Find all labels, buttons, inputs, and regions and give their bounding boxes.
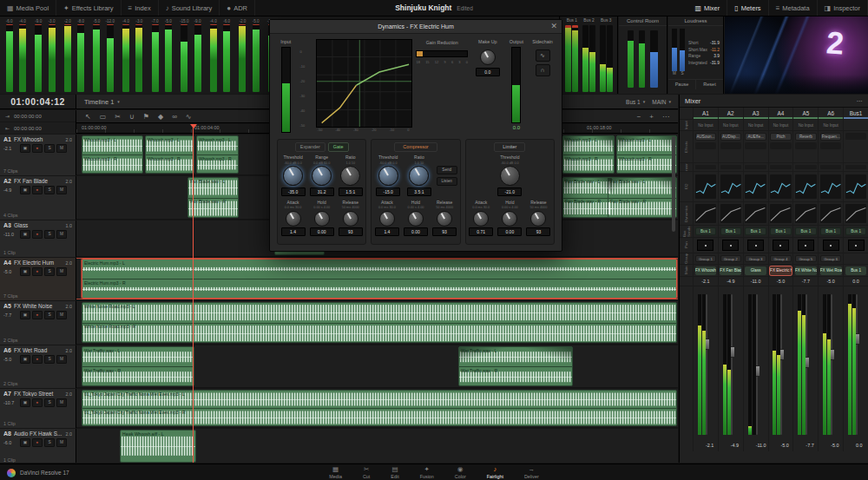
insert-slot[interactable] bbox=[770, 165, 791, 169]
listen-button[interactable]: Listen bbox=[437, 177, 457, 186]
options-icon[interactable]: ⋯ bbox=[662, 113, 669, 121]
expander-tab[interactable]: Expander bbox=[295, 142, 326, 152]
ratio-knob[interactable] bbox=[409, 166, 429, 186]
sidechain-filter-button[interactable]: ∿ bbox=[536, 49, 550, 62]
threshold-knob[interactable] bbox=[378, 166, 398, 186]
link-icon[interactable]: ∞ bbox=[172, 113, 177, 121]
effect-plugin-chip[interactable]: Frequen... bbox=[820, 133, 841, 141]
lock-icon[interactable]: ▣ bbox=[20, 311, 30, 319]
hold-value[interactable]: 0.00 bbox=[404, 227, 428, 236]
page-media[interactable]: ▦Media bbox=[329, 466, 342, 479]
sound-library-button[interactable]: ♪Sound Library bbox=[159, 0, 220, 16]
solo-button[interactable]: S bbox=[44, 311, 55, 319]
insert-slot[interactable] bbox=[795, 165, 816, 169]
pan-pad[interactable] bbox=[798, 240, 814, 251]
ratio-value[interactable]: 1.5:1 bbox=[339, 187, 363, 196]
bus-send-chip[interactable]: Bus 1 bbox=[770, 227, 791, 235]
strip-input[interactable]: No Input bbox=[768, 120, 793, 130]
arm-record-button[interactable]: ● bbox=[32, 438, 43, 447]
insert-slot[interactable] bbox=[845, 165, 866, 169]
insert-slot[interactable] bbox=[820, 165, 841, 169]
send-button[interactable]: Send bbox=[437, 166, 457, 174]
lock-icon[interactable]: ▣ bbox=[20, 186, 30, 194]
hold-knob[interactable] bbox=[314, 211, 330, 227]
solo-button[interactable]: S bbox=[44, 267, 55, 276]
group-chip[interactable]: Group 1 bbox=[695, 255, 716, 262]
control-room-volume-slider[interactable] bbox=[650, 30, 658, 88]
inspector-button[interactable]: ◨Inspector bbox=[818, 0, 868, 16]
lock-icon[interactable]: ▣ bbox=[20, 355, 30, 364]
dynamics-curve-thumbnail[interactable] bbox=[693, 202, 718, 225]
mute-button[interactable]: M bbox=[56, 230, 67, 239]
gate-tab[interactable]: Gate bbox=[328, 142, 349, 152]
bus-send-chip[interactable]: Bus 1 bbox=[845, 227, 866, 235]
eq-curve-thumbnail[interactable] bbox=[768, 172, 793, 201]
lock-icon[interactable]: ▣ bbox=[20, 267, 30, 276]
pan-pad[interactable] bbox=[747, 240, 764, 251]
hold-value[interactable]: 0.00 bbox=[310, 227, 334, 236]
eq-curve-thumbnail[interactable] bbox=[718, 172, 743, 201]
strip-input[interactable]: No Input bbox=[718, 120, 743, 130]
lock-icon[interactable]: ▣ bbox=[20, 438, 30, 447]
threshold-value[interactable]: -15.0 bbox=[376, 187, 400, 196]
eq-curve-thumbnail[interactable] bbox=[818, 172, 843, 201]
audio-clip[interactable]: Fan Blade.wav - LFan Blade.wav - R bbox=[562, 177, 613, 218]
compressor-title[interactable]: Compressor bbox=[394, 142, 437, 152]
strip-name-chip[interactable]: FX Electric Hum bbox=[770, 266, 792, 275]
lock-icon[interactable]: ▣ bbox=[20, 144, 30, 153]
strip-input[interactable]: No Input bbox=[743, 120, 768, 130]
track-header-a6[interactable]: A6FX Wet Road2.0-5.0▣●SM2 Clips bbox=[0, 345, 76, 388]
audio-clip[interactable]: Whoosh.mp3 - LWhoosh.mp3 - R bbox=[145, 135, 194, 174]
audio-clip[interactable]: Hawk Whoosh.aiff - L bbox=[120, 430, 196, 463]
reset-button[interactable]: Reset bbox=[695, 80, 723, 89]
insert-slot[interactable] bbox=[720, 165, 741, 169]
group-chip[interactable]: Group 3 bbox=[745, 255, 766, 262]
close-icon[interactable]: ✕ bbox=[550, 21, 557, 32]
mute-button[interactable]: M bbox=[56, 144, 67, 153]
strip-input[interactable]: No Input bbox=[818, 120, 843, 130]
page-color[interactable]: ◉Color bbox=[455, 466, 466, 479]
track-header-a3[interactable]: A3Glass1.0-11.0▣●SM1 Clip bbox=[0, 220, 76, 257]
track-lane-a6[interactable]: Wet Traffic.wav - LWet Traffic.wav - RWe… bbox=[76, 345, 678, 388]
effect-empty-slot[interactable] bbox=[770, 142, 791, 149]
arm-record-button[interactable]: ● bbox=[32, 355, 43, 364]
ratio-value[interactable]: 3.5:1 bbox=[407, 187, 431, 196]
track-header-a1[interactable]: A1FX Whoosh2.0-2.1▣●SM7 Clips bbox=[0, 135, 76, 175]
release-value[interactable]: 93 bbox=[432, 227, 457, 236]
attack-value[interactable]: 1.4 bbox=[375, 227, 399, 236]
page-deliver[interactable]: →Deliver bbox=[524, 466, 539, 479]
audio-clip[interactable]: Wet Traffic.wav - LWet Traffic.wav - R bbox=[82, 346, 194, 386]
effect-empty-slot[interactable] bbox=[695, 142, 716, 149]
limiter-title[interactable]: Limiter bbox=[494, 142, 525, 152]
mute-button[interactable]: M bbox=[56, 186, 67, 194]
strip-input[interactable]: No Input bbox=[693, 120, 718, 130]
track-header-a4[interactable]: A4FX Electric Hum2.0-5.0▣●SM7 Clips bbox=[0, 258, 76, 300]
solo-button[interactable]: S bbox=[44, 144, 55, 153]
solo-button[interactable]: S bbox=[44, 355, 55, 364]
group-chip[interactable]: Group 5 bbox=[795, 255, 816, 262]
meters-button[interactable]: ▯Meters bbox=[727, 0, 768, 16]
page-fusion[interactable]: ✦Fusion bbox=[420, 466, 434, 479]
track-header-a7[interactable]: A7FX Tokyo Street2.0-10.7▣●SM1 Clip bbox=[0, 389, 76, 428]
group-chip[interactable]: Group 6 bbox=[820, 255, 841, 262]
ratio-knob[interactable] bbox=[340, 166, 360, 186]
effect-plugin-chip[interactable]: AUDisp... bbox=[720, 133, 741, 141]
effect-empty-slot[interactable] bbox=[845, 133, 866, 140]
threshold-knob[interactable] bbox=[500, 166, 520, 186]
insert-slot[interactable] bbox=[695, 165, 716, 169]
eq-curve-thumbnail[interactable] bbox=[693, 172, 718, 201]
resolve-logo-icon[interactable] bbox=[7, 469, 16, 477]
strip-name-chip[interactable]: FX Fan Blade bbox=[720, 266, 741, 275]
effects-library-button[interactable]: ✦Effects Library bbox=[56, 0, 122, 16]
hold-knob[interactable] bbox=[502, 211, 517, 227]
dynamics-curve-thumbnail[interactable] bbox=[818, 202, 843, 225]
flag-icon[interactable]: ⚑ bbox=[143, 113, 149, 121]
bus-send-chip[interactable]: Bus 1 bbox=[720, 227, 741, 235]
pan-pad[interactable] bbox=[697, 240, 713, 251]
pan-pad[interactable] bbox=[823, 240, 839, 251]
sidechain-listen-button[interactable]: ∩ bbox=[536, 64, 550, 76]
mute-button[interactable]: M bbox=[56, 311, 67, 319]
solo-button[interactable]: S bbox=[44, 398, 55, 407]
dynamics-curve-thumbnail[interactable] bbox=[843, 202, 868, 225]
range-value[interactable]: 31.2 bbox=[310, 187, 334, 196]
